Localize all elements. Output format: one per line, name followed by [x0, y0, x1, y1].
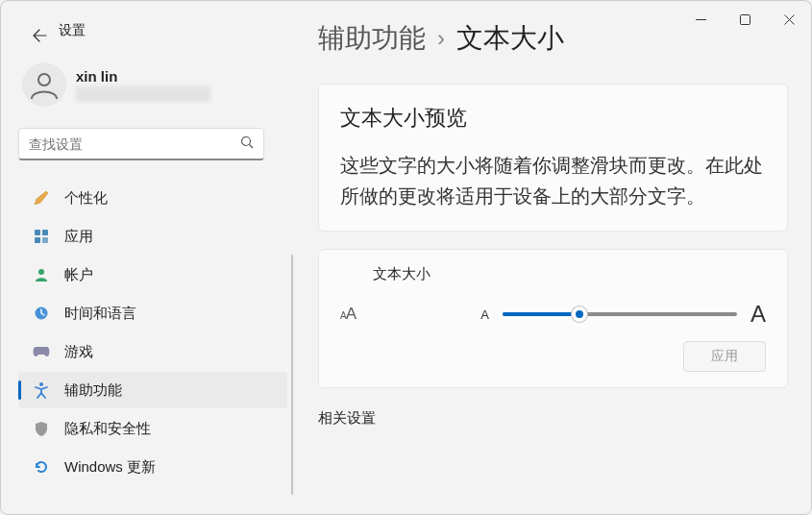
svg-point-10 [39, 382, 43, 386]
back-button[interactable] [24, 20, 55, 51]
avatar [22, 62, 66, 107]
nav-item-accessibility[interactable]: 辅助功能 [18, 372, 287, 408]
svg-rect-6 [35, 237, 40, 243]
breadcrumb-current: 文本大小 [456, 20, 564, 57]
nav-list: 个性化 应用 帐户 时间和语言 游戏 [18, 180, 287, 485]
breadcrumb-parent[interactable]: 辅助功能 [318, 20, 426, 57]
nav-label: 应用 [64, 228, 93, 246]
nav-label: 隐私和安全性 [64, 420, 151, 438]
nav-label: 个性化 [64, 189, 108, 208]
nav-item-apps[interactable]: 应用 [18, 218, 287, 255]
user-name: xin lin [76, 68, 210, 85]
nav-label: 辅助功能 [64, 381, 122, 400]
search-input[interactable] [29, 136, 240, 152]
nav-label: Windows 更新 [64, 458, 156, 477]
svg-rect-5 [42, 230, 48, 235]
slider-thumb[interactable] [572, 307, 587, 322]
paintbrush-icon [32, 188, 51, 208]
accessibility-icon [32, 380, 51, 400]
gaming-icon [32, 342, 51, 361]
svg-point-3 [242, 137, 251, 146]
text-size-icon: AA [340, 305, 367, 324]
nav-item-windows-update[interactable]: Windows 更新 [18, 449, 287, 485]
breadcrumb: 辅助功能 › 文本大小 [318, 20, 788, 57]
slider-label: 文本大小 [373, 265, 431, 283]
slider-min-label: A [480, 307, 489, 322]
apps-icon [32, 227, 51, 246]
apply-button[interactable]: 应用 [683, 341, 766, 372]
nav-item-personalization[interactable]: 个性化 [18, 180, 287, 216]
nav-label: 游戏 [64, 343, 93, 361]
preview-title: 文本大小预览 [340, 104, 766, 133]
svg-rect-7 [42, 237, 48, 243]
preview-text: 这些文字的大小将随着你调整滑块而更改。在此处所做的更改将适用于设备上的大部分文字… [340, 150, 766, 211]
search-box[interactable] [18, 128, 264, 160]
svg-rect-4 [35, 230, 40, 235]
svg-point-2 [38, 74, 50, 86]
app-title: 设置 [59, 22, 86, 39]
chevron-right-icon: › [437, 25, 445, 52]
user-profile[interactable]: xin lin [18, 55, 287, 122]
user-email-blurred [76, 86, 210, 102]
nav-label: 时间和语言 [64, 305, 136, 323]
nav-label: 帐户 [64, 266, 93, 284]
nav-item-accounts[interactable]: 帐户 [18, 257, 287, 293]
svg-point-8 [38, 269, 44, 275]
nav-item-privacy[interactable]: 隐私和安全性 [18, 410, 287, 447]
related-settings-title: 相关设置 [318, 409, 788, 428]
text-size-slider[interactable] [503, 306, 737, 323]
privacy-icon [32, 419, 51, 438]
slider-max-label: A [750, 301, 766, 328]
time-icon [32, 304, 51, 323]
preview-card: 文本大小预览 这些文字的大小将随着你调整滑块而更改。在此处所做的更改将适用于设备… [318, 84, 788, 232]
nav-item-gaming[interactable]: 游戏 [18, 333, 287, 370]
update-icon [32, 457, 51, 477]
text-size-card: 文本大小 AA A A 应用 [318, 249, 788, 388]
search-icon [240, 135, 254, 152]
nav-scrollbar[interactable] [291, 255, 293, 495]
nav-item-time-language[interactable]: 时间和语言 [18, 295, 287, 331]
account-icon [32, 265, 51, 284]
